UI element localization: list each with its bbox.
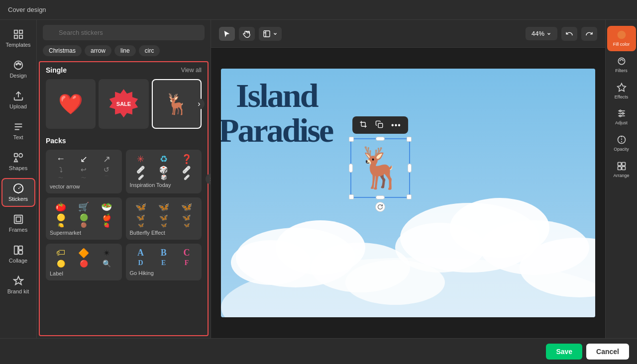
svg-point-6: [17, 63, 19, 64]
right-item-adjust[interactable]: Adjust: [607, 104, 636, 130]
main-layout: Templates Design Upload Text: [0, 20, 637, 338]
svg-marker-11: [14, 159, 17, 162]
undo-btn[interactable]: [561, 27, 577, 41]
pack-row-2: 🍅 🛒 🥗 🟡 🟢 🍎 🍋 🟤 🍓 Supermarket 🦋: [46, 197, 202, 240]
handle-bottom-left[interactable]: [349, 194, 354, 199]
svg-marker-34: [617, 83, 626, 91]
handle-top-left[interactable]: [349, 137, 354, 142]
tag-circ[interactable]: circ: [139, 45, 160, 56]
hand-tool-btn[interactable]: [239, 27, 255, 41]
zoom-level: 44%: [531, 30, 544, 37]
packs-section-title: Packs: [46, 137, 66, 145]
canvas-text-line1: Island: [236, 79, 317, 112]
search-bar-container: [37, 20, 211, 45]
sidebar-item-shapes[interactable]: Shapes: [1, 147, 35, 176]
pack-supermarket[interactable]: 🍅 🛒 🥗 🟡 🟢 🍎 🍋 🟤 🍓 Supermarket: [46, 197, 122, 240]
chevron-down-zoom-icon: [546, 31, 551, 36]
topbar: Cover design: [0, 0, 637, 20]
handle-top-right[interactable]: [407, 137, 412, 142]
sidebar-item-text[interactable]: Text: [1, 116, 35, 145]
sidebar-item-collage[interactable]: Collage: [1, 240, 35, 269]
sidebar-item-design[interactable]: Design: [1, 55, 35, 84]
zoom-btn[interactable]: 44%: [526, 27, 557, 40]
right-item-opacity[interactable]: Opacity: [607, 131, 636, 156]
svg-rect-15: [18, 246, 22, 250]
tag-christmas[interactable]: Christmas: [43, 45, 82, 56]
svg-rect-19: [264, 31, 270, 37]
pack-label-pack[interactable]: 🏷 🔶 ✴ 🟡 🔴 🔍 Label: [46, 244, 122, 280]
sidebar-item-templates[interactable]: Templates: [1, 24, 35, 53]
handle-bottom-right[interactable]: [407, 194, 412, 199]
handle-bottom-middle[interactable]: [376, 195, 385, 199]
pack-go-hiking[interactable]: A B C D E F Go Hiking: [126, 244, 202, 280]
brand-icon: [13, 275, 24, 286]
effects-icon: [617, 83, 627, 92]
handle-middle-left[interactable]: [349, 164, 353, 173]
sidebar-label-brand: Brand kit: [7, 288, 29, 294]
copy-icon: [375, 120, 383, 128]
save-button[interactable]: Save: [546, 344, 582, 360]
packs-section-header: Packs: [46, 137, 202, 145]
more-btn[interactable]: •••: [388, 119, 404, 132]
text-icon: [13, 121, 24, 132]
upload-icon: [13, 91, 24, 101]
single-section-header: Single View all: [46, 66, 202, 74]
filters-icon: [617, 56, 627, 66]
sticker-sale[interactable]: SALE: [99, 79, 148, 129]
sidebar-item-brand[interactable]: Brand kit: [1, 271, 35, 299]
sidebar-item-frames[interactable]: Frames: [1, 209, 35, 238]
rotate-icon: [377, 204, 383, 210]
crop-icon: [359, 120, 367, 128]
right-item-fill-color[interactable]: Fill color: [607, 26, 636, 51]
svg-rect-13: [16, 217, 20, 221]
canvas[interactable]: Island Paradise: [221, 69, 595, 317]
canvas-area: 44%: [211, 20, 605, 338]
select-tool-btn[interactable]: [219, 27, 235, 41]
handle-top-middle[interactable]: [376, 137, 385, 141]
redo-btn[interactable]: [581, 27, 597, 41]
sidebar-item-stickers[interactable]: Stickers: [1, 178, 35, 207]
layout-tool-btn[interactable]: [259, 27, 282, 41]
svg-rect-44: [618, 167, 621, 170]
pack-vector-arrow[interactable]: ← ↙ ↗ ⤵ ↩ ↺ 〜 〜 ⌒ vector arrow: [46, 150, 122, 193]
redo-icon: [585, 30, 593, 38]
right-panel: Fill color Filters Effects Adjust O: [605, 20, 637, 338]
duplicate-btn[interactable]: [372, 118, 386, 132]
toolbar-right: 44%: [526, 27, 597, 41]
handle-middle-right[interactable]: [408, 164, 412, 173]
tag-arrow[interactable]: arrow: [85, 45, 111, 56]
svg-rect-12: [14, 215, 22, 224]
cancel-button[interactable]: Cancel: [586, 344, 629, 360]
pack-row-3: 🏷 🔶 ✴ 🟡 🔴 🔍 Label A: [46, 244, 202, 280]
sidebar-label-collage: Collage: [9, 258, 27, 264]
rotate-handle[interactable]: [375, 202, 385, 212]
palette-icon: [13, 60, 24, 71]
right-item-effects[interactable]: Effects: [607, 79, 636, 104]
sticker-heart[interactable]: ❤️: [46, 79, 96, 129]
svg-rect-43: [622, 162, 625, 166]
search-input[interactable]: [43, 25, 205, 40]
adjust-icon: [617, 108, 627, 118]
view-all-single[interactable]: View all: [181, 67, 202, 74]
tag-line[interactable]: line: [114, 45, 136, 56]
right-item-arrange[interactable]: Arrange: [607, 157, 636, 182]
right-item-filters[interactable]: Filters: [607, 52, 636, 78]
panel-content: Single View all ❤️ SALE 🦌 ›: [39, 61, 209, 336]
arrange-label: Arrange: [613, 173, 629, 179]
sidebar-label-stickers: Stickers: [8, 196, 28, 202]
next-arrow[interactable]: ›: [194, 98, 205, 109]
fill-color-label: Fill color: [613, 42, 630, 47]
svg-point-5: [15, 64, 17, 65]
svg-rect-3: [19, 35, 22, 38]
crop-btn[interactable]: [356, 118, 370, 132]
selected-sticker[interactable]: ••• 🦌: [350, 138, 410, 198]
svg-point-7: [19, 64, 21, 65]
search-wrapper: [43, 25, 205, 40]
pack-butterfly[interactable]: 🦋 🦋 🦋 🦋 🦋 🦋 🦋 🦋 🦋 Butterfly Effect: [126, 197, 202, 240]
arrange-icon: [617, 161, 627, 171]
collage-icon: [13, 245, 24, 256]
sidebar-item-upload[interactable]: Upload: [1, 86, 35, 114]
svg-point-10: [18, 154, 22, 157]
svg-point-40: [619, 115, 621, 117]
pack-inspiration[interactable]: ✳ ♻ ❓ 🩹 🎲 🩹 🩹 🎲 🩹 Inspiration Today: [126, 150, 202, 193]
